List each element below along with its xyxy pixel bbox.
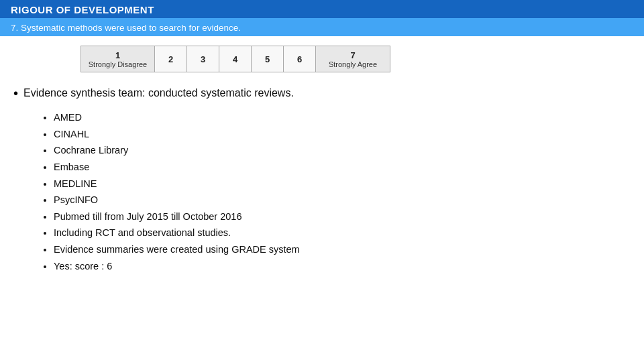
list-item: CINAHL — [54, 126, 631, 143]
rating-scale: 1 Strongly Disagree 2 3 4 5 6 7 Strongly… — [80, 46, 390, 72]
header-title: RIGOUR OF DEVELOPMENT — [11, 4, 154, 15]
list-item: Evidence summaries were created using GR… — [54, 241, 631, 258]
list-item: Yes: score : 6 — [54, 258, 631, 275]
rating-cell-4: 4 — [219, 46, 252, 72]
list-item: Embase — [54, 159, 631, 176]
main-bullet-text: Evidence synthesis team: conducted syste… — [23, 87, 294, 99]
list-item: PsycINFO — [54, 192, 631, 208]
sub-bullets-list: AMEDCINAHLCochrane LibraryEmbaseMEDLINEP… — [13, 109, 631, 274]
list-item: Cochrane Library — [54, 142, 631, 159]
main-bullet-item: • Evidence synthesis team: conducted sys… — [13, 87, 631, 101]
page-wrapper: RIGOUR OF DEVELOPMENT 7. Systematic meth… — [0, 0, 644, 362]
list-item: MEDLINE — [54, 176, 631, 192]
rating-cell-1: 1 Strongly Disagree — [81, 46, 155, 72]
rating-cell-7: 7 Strongly Agree — [316, 46, 390, 72]
content-area: • Evidence synthesis team: conducted sys… — [0, 82, 644, 280]
subheader-text: 7. Systematic methods were used to searc… — [11, 23, 241, 33]
list-item: Including RCT and observational studies. — [54, 225, 631, 241]
rating-cell-2: 2 — [155, 46, 187, 72]
main-bullet-dot: • — [13, 86, 18, 101]
rating-cell-5: 5 — [252, 46, 284, 72]
subheader-bar: 7. Systematic methods were used to searc… — [0, 18, 644, 36]
rating-scale-container: 1 Strongly Disagree 2 3 4 5 6 7 Strongly… — [80, 46, 644, 72]
list-item: Pubmed till from July 2015 till October … — [54, 208, 631, 225]
rating-cell-6: 6 — [284, 46, 316, 72]
header-bar: RIGOUR OF DEVELOPMENT — [0, 0, 644, 18]
list-item: AMED — [54, 109, 631, 126]
rating-cell-3: 3 — [187, 46, 219, 72]
